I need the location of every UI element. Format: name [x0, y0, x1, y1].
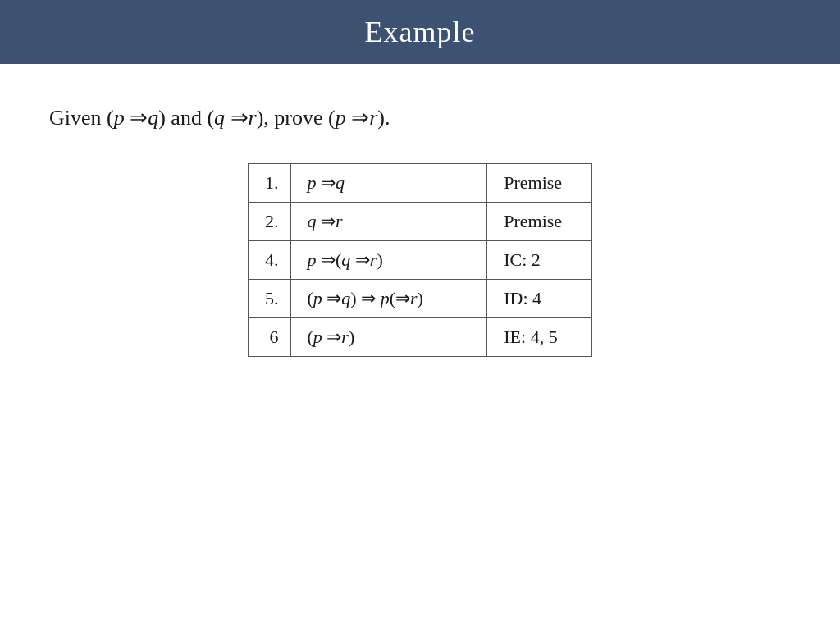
- table-row: 5. (p ⇒q) ⇒ p(⇒r) ID: 4: [249, 280, 592, 318]
- table-row: 2. q ⇒r Premise: [249, 203, 592, 241]
- given-statement: Given (p ⇒q) and (q ⇒r), prove (p ⇒r).: [49, 105, 791, 130]
- table-row: 6 (p ⇒r) IE: 4, 5: [249, 318, 592, 357]
- justification: ID: 4: [487, 280, 592, 318]
- formula: p ⇒(q ⇒r): [290, 241, 487, 280]
- page-header: Example: [0, 0, 840, 64]
- proof-table-wrapper: 1. p ⇒q Premise 2. q ⇒r Premise 4. p ⇒(q…: [49, 163, 791, 357]
- formula: p ⇒q: [290, 164, 487, 203]
- page-title: Example: [365, 16, 476, 48]
- proof-table: 1. p ⇒q Premise 2. q ⇒r Premise 4. p ⇒(q…: [248, 163, 592, 357]
- justification: Premise: [487, 203, 592, 241]
- main-content: Given (p ⇒q) and (q ⇒r), prove (p ⇒r). 1…: [0, 64, 840, 390]
- formula: q ⇒r: [290, 203, 487, 241]
- justification: Premise: [487, 164, 592, 203]
- justification: IC: 2: [487, 241, 592, 280]
- step-number: 1.: [249, 164, 291, 203]
- step-number: 4.: [249, 241, 291, 280]
- step-number: 6: [249, 318, 291, 357]
- table-row: 1. p ⇒q Premise: [249, 164, 592, 203]
- formula: (p ⇒r): [290, 318, 487, 357]
- table-row: 4. p ⇒(q ⇒r) IC: 2: [249, 241, 592, 280]
- justification: IE: 4, 5: [487, 318, 592, 357]
- step-number: 5.: [249, 280, 291, 318]
- step-number: 2.: [249, 203, 291, 241]
- formula: (p ⇒q) ⇒ p(⇒r): [290, 280, 487, 318]
